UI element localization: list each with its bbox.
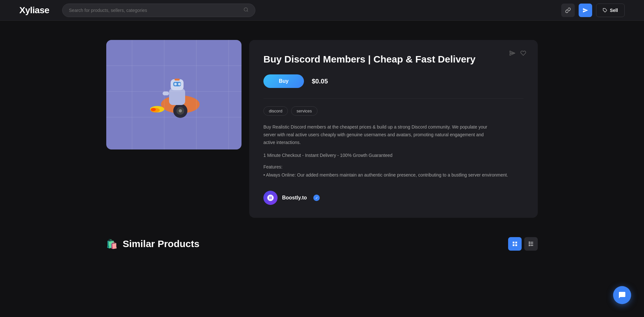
- seller-name: Boostly.to: [282, 195, 307, 201]
- tag-services[interactable]: services: [291, 106, 317, 116]
- search-bar: [62, 4, 255, 17]
- view-toggle: [508, 237, 538, 251]
- product-action-icons: [509, 50, 526, 58]
- header: Xyliase Sell: [0, 0, 644, 21]
- seller-avatar: [263, 191, 278, 205]
- tag-discord[interactable]: discord: [263, 106, 288, 116]
- svg-point-0: [244, 8, 248, 11]
- svg-rect-29: [529, 244, 530, 245]
- svg-rect-27: [516, 245, 517, 246]
- share-icon[interactable]: [509, 50, 515, 58]
- buy-row: Buy $0.05: [263, 74, 524, 88]
- list-view-button[interactable]: [524, 237, 538, 251]
- grid-view-button[interactable]: [508, 237, 522, 251]
- chat-bubble[interactable]: [613, 286, 631, 304]
- svg-rect-25: [516, 242, 517, 243]
- similar-title: Similar Products: [123, 238, 199, 249]
- send-button[interactable]: [579, 4, 592, 17]
- product-image: [106, 40, 242, 149]
- svg-rect-26: [513, 245, 514, 246]
- sell-button[interactable]: Sell: [596, 4, 625, 17]
- search-icon: [243, 7, 249, 14]
- product-details-card: Buy Discord Members | Cheap & Fast Deliv…: [249, 40, 538, 218]
- svg-rect-32: [530, 244, 533, 244]
- svg-rect-31: [530, 242, 533, 243]
- main-content: Buy Discord Members | Cheap & Fast Deliv…: [80, 21, 564, 231]
- product-tags: discord services: [263, 106, 524, 116]
- feature-item-1: • Always Online: Our added members maint…: [263, 171, 524, 179]
- svg-rect-28: [529, 242, 530, 243]
- checkout-info: 1 Minute Checkout - Instant Delivery - 1…: [263, 153, 524, 158]
- header-right: Sell: [561, 4, 625, 17]
- seller-row: Boostly.to ✓: [263, 191, 524, 205]
- product-price: $0.05: [312, 78, 328, 85]
- link-button[interactable]: [561, 4, 575, 17]
- verified-badge: ✓: [313, 195, 320, 201]
- search-input[interactable]: [69, 8, 243, 13]
- divider: [263, 98, 524, 99]
- features-header: Features:: [263, 164, 524, 169]
- svg-rect-33: [530, 245, 533, 246]
- svg-line-1: [247, 11, 248, 12]
- product-description: Buy Realistic Discord members at the che…: [263, 123, 495, 146]
- svg-rect-24: [513, 242, 514, 243]
- buy-button[interactable]: Buy: [263, 74, 304, 88]
- bottom-section: 🛍️ Similar Products: [80, 231, 564, 257]
- product-title: Buy Discord Members | Cheap & Fast Deliv…: [263, 53, 489, 65]
- similar-products-header: 🛍️ Similar Products: [106, 238, 199, 249]
- sell-label: Sell: [610, 8, 618, 13]
- bag-icon: 🛍️: [106, 239, 118, 249]
- logo: Xyliase: [19, 5, 49, 15]
- svg-rect-30: [529, 245, 530, 246]
- favorite-icon[interactable]: [520, 50, 526, 58]
